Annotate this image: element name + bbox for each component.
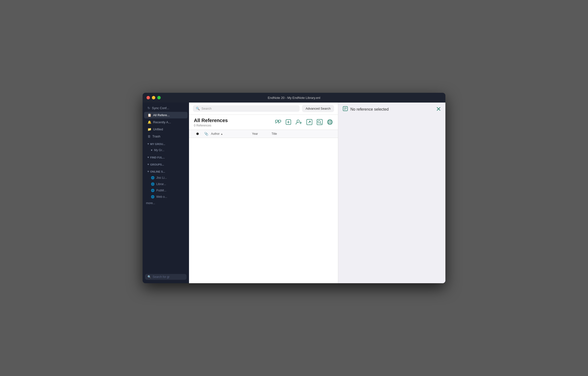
sidebar-item-trash[interactable]: 🗑 Trash: [144, 133, 188, 140]
sidebar-item-sync[interactable]: ↻ Sync Conf...: [144, 105, 188, 111]
no-reference-text: No reference selected: [350, 107, 389, 112]
titlebar: EndNote 20 - My EndNote Library.enl: [143, 93, 445, 103]
chevron-down-icon-4: ▾: [147, 170, 149, 173]
search-icon-sidebar: 🔍: [147, 275, 151, 279]
references-count: 0 References: [194, 124, 228, 127]
col-title-header[interactable]: Title: [272, 132, 333, 136]
references-actions: [275, 119, 333, 126]
sidebar-item-pubmed[interactable]: 🌐 PubM...: [144, 188, 188, 193]
chevron-down-icon: ▾: [147, 142, 149, 146]
references-title-text: All References 0 References: [194, 118, 228, 127]
bell-icon: 🔔: [147, 120, 151, 124]
main-area: ↻ Sync Conf... 📋 All Refere... 🔔 Recentl…: [143, 103, 445, 283]
sync-icon: ↻: [147, 106, 150, 110]
chevron-down-icon-3: ▾: [147, 163, 149, 166]
col-author-header[interactable]: Author ▲: [211, 132, 252, 136]
references-header: All References 0 References: [189, 115, 338, 130]
svg-rect-1: [278, 120, 281, 122]
toolbar: 🔍 Advanced Search: [189, 103, 338, 115]
right-panel-header: No reference selected: [338, 103, 445, 116]
col-read-indicator: [194, 133, 201, 135]
search-icon: 🔍: [196, 107, 200, 110]
chevron-down-icon-sub: ▾: [151, 148, 152, 152]
minimize-button[interactable]: [152, 96, 155, 99]
globe-icon-3: 🌐: [151, 189, 155, 192]
search-input[interactable]: [201, 107, 297, 110]
table-body: [189, 138, 338, 283]
all-references-icon: 📋: [147, 113, 151, 117]
references-title-row: All References 0 References: [194, 118, 333, 130]
globe-icon-4: 🌐: [151, 195, 155, 198]
add-user-icon[interactable]: [295, 119, 302, 126]
sidebar-item-jisc[interactable]: 🌐 Jisc Li...: [144, 175, 188, 181]
sidebar-group-groups[interactable]: ▾ GROUPS...: [144, 161, 188, 167]
content-area: 🔍 Advanced Search All References 0 Refer…: [189, 103, 338, 283]
sidebar-item-my-group[interactable]: ▾ My Gr...: [144, 147, 188, 153]
close-panel-button[interactable]: [436, 106, 441, 112]
search-bar[interactable]: 🔍: [193, 105, 300, 112]
sidebar-item-all-references[interactable]: 📋 All Refere...: [144, 112, 188, 118]
window-title: EndNote 20 - My EndNote Library.enl: [268, 96, 320, 100]
search-reference-icon[interactable]: [316, 119, 323, 126]
svg-line-11: [308, 121, 310, 123]
table-header: 📎 Author ▲ Year Title: [189, 130, 338, 138]
unfiled-icon: 📁: [147, 127, 151, 131]
add-reference-icon[interactable]: [285, 119, 292, 126]
sidebar-group-find-full[interactable]: ▾ FIND FUL...: [144, 154, 188, 160]
globe-icon-2: 🌐: [151, 182, 155, 186]
sidebar-group-my-groups[interactable]: ▾ MY GROU...: [144, 140, 188, 146]
sidebar-bottom: 🔍: [143, 272, 189, 283]
attachment-icon: 📎: [204, 132, 208, 136]
svg-point-13: [318, 121, 320, 123]
right-panel: No reference selected: [338, 103, 445, 283]
sidebar-item-recently-added[interactable]: 🔔 Recently A...: [144, 119, 188, 125]
no-reference-label: No reference selected: [343, 106, 389, 113]
more-link[interactable]: more...: [143, 200, 189, 206]
sidebar-item-unfiled[interactable]: 📁 Unfiled: [144, 126, 188, 133]
sidebar-item-web[interactable]: 🌐 Web o...: [144, 194, 188, 200]
svg-point-7: [297, 120, 299, 122]
advanced-search-button[interactable]: Advanced Search: [302, 105, 334, 112]
svg-line-14: [320, 123, 321, 124]
sidebar-item-library[interactable]: 🌐 Librar...: [144, 181, 188, 187]
sidebar-search-input[interactable]: [153, 275, 184, 279]
svg-rect-0: [275, 120, 278, 122]
app-window: EndNote 20 - My EndNote Library.enl ↻ Sy…: [143, 93, 445, 283]
sidebar-group-online-search[interactable]: ▾ ONLINE S...: [144, 168, 188, 174]
globe-action-icon[interactable]: [327, 119, 333, 126]
maximize-button[interactable]: [157, 96, 161, 99]
close-button[interactable]: [147, 96, 150, 99]
reference-icon: [343, 106, 348, 113]
chevron-down-icon-2: ▾: [147, 156, 149, 159]
sort-arrow-icon: ▲: [220, 133, 223, 135]
sidebar: ↻ Sync Conf... 📋 All Refere... 🔔 Recentl…: [143, 103, 189, 283]
traffic-lights: [147, 96, 161, 99]
read-dot: [196, 133, 199, 135]
sidebar-search-box[interactable]: 🔍: [145, 274, 187, 280]
right-panel-body: [338, 116, 445, 283]
col-year-header[interactable]: Year: [252, 132, 272, 136]
trash-icon: 🗑: [147, 135, 151, 138]
quote-icon[interactable]: [275, 119, 281, 126]
references-title: All References: [194, 118, 228, 123]
globe-icon-1: 🌐: [151, 176, 155, 179]
col-attachment: 📎: [201, 132, 211, 136]
export-icon[interactable]: [306, 119, 313, 126]
